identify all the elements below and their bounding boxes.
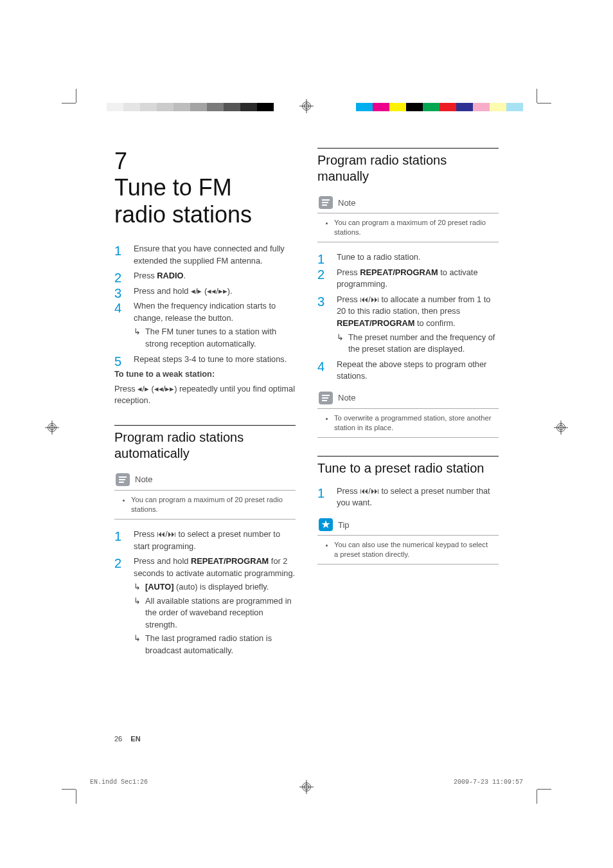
step-item: Press ⏮/⏭ to select a preset number that… (317, 485, 499, 509)
color-chip (423, 103, 440, 111)
color-chip (406, 103, 423, 111)
note-icon (319, 196, 333, 209)
tune-steps: Ensure that you have connected and fully… (114, 243, 296, 365)
page-number: 26 (114, 735, 122, 743)
step-text: Press and hold ◂/▸ (◂◂/▸▸). (134, 286, 233, 296)
note-text: You can program a maximum of 20 preset r… (334, 218, 492, 237)
color-chip (389, 103, 406, 111)
color-chip (190, 103, 207, 111)
step-text: Repeat steps 3-4 to tune to more station… (134, 354, 287, 364)
note-label: Note (338, 393, 355, 402)
step-text: Press ⏮/⏭ to allocate a number from 1 to… (337, 294, 490, 328)
step-item: Press and hold REPEAT/PROGRAM for 2 seco… (114, 556, 296, 656)
tip-text: You can also use the numerical keypad to… (334, 540, 492, 559)
left-column: 7 Tune to FM radio stations Ensure that … (114, 148, 296, 746)
color-chip (107, 103, 123, 111)
registration-mark-icon (45, 420, 59, 435)
chapter-number: 7 (114, 148, 140, 174)
imprint-timestamp: 2009-7-23 11:09:57 (454, 779, 523, 786)
crop-mark (537, 89, 537, 103)
step-result: The last programed radio station is broa… (134, 633, 296, 656)
crop-mark (62, 103, 76, 104)
crop-mark (62, 789, 76, 790)
color-chip (240, 103, 257, 111)
color-chip (456, 103, 473, 111)
step-text: Press ⏮/⏭ to select a preset number that… (337, 486, 490, 508)
section-preset-heading: Tune to a preset radio station (317, 456, 499, 476)
manual-steps: Tune to a radio station. Press REPEAT/PR… (317, 251, 499, 382)
step-item: Press REPEAT/PROGRAM to activate program… (317, 267, 499, 291)
imprint-line: EN.indd Sec1:26 2009-7-23 11:09:57 (90, 779, 523, 786)
right-column: Program radio stations manually Note You… (317, 148, 499, 746)
step-text: Press and hold REPEAT/PROGRAM for 2 seco… (134, 556, 295, 578)
step-item: Press ⏮/⏭ to allocate a number from 1 to… (317, 294, 499, 356)
color-chip (140, 103, 157, 111)
imprint-file: EN.indd Sec1:26 (90, 779, 148, 786)
page-language: EN (130, 735, 140, 743)
step-item: Press and hold ◂/▸ (◂◂/▸▸). (114, 285, 296, 298)
color-chip (173, 103, 190, 111)
color-chip (207, 103, 224, 111)
step-item: Press RADIO. (114, 270, 296, 282)
step-item: Press ⏮/⏭ to select a preset number to s… (114, 529, 296, 552)
crop-mark (76, 89, 76, 103)
colorbar-process (356, 103, 523, 111)
preset-steps: Press ⏮/⏭ to select a preset number that… (317, 485, 499, 509)
note-text: You can program a maximum of 20 preset r… (131, 495, 289, 514)
color-chip (473, 103, 490, 111)
color-chip (90, 103, 107, 111)
color-chip (490, 103, 506, 111)
step-text: Press REPEAT/PROGRAM to activate program… (337, 267, 478, 289)
note-icon (319, 392, 333, 404)
step-text: When the frequency indication starts to … (134, 301, 276, 323)
note-overwrite: Note To overwrite a programmed station, … (317, 389, 499, 438)
step-item: Repeat steps 3-4 to tune to more station… (114, 354, 296, 366)
step-text: Tune to a radio station. (337, 252, 420, 262)
step-text: Press ⏮/⏭ to select a preset number to s… (134, 529, 280, 551)
step-text: Ensure that you have connected and fully… (134, 244, 285, 266)
chapter-title-text: Tune to FM radio stations (114, 174, 266, 228)
crop-mark (537, 789, 551, 790)
tip-callout: Tip You can also use the numerical keypa… (317, 516, 499, 565)
auto-steps: Press ⏮/⏭ to select a preset number to s… (114, 529, 296, 656)
note-label: Note (338, 198, 355, 208)
step-item: When the frequency indication starts to … (114, 300, 296, 350)
section-manual-heading: Program radio stations manually (317, 148, 499, 185)
weak-station-heading: To tune to a weak station: (114, 368, 296, 381)
step-text: Repeat the above steps to program other … (337, 359, 486, 381)
note-auto: Note You can program a maximum of 20 pre… (114, 471, 296, 520)
page-footer: 26 EN (114, 735, 141, 743)
colorbar-grayscale (90, 103, 274, 111)
tip-label: Tip (338, 520, 350, 530)
step-result: All available stations are programmed in… (134, 595, 296, 631)
crop-mark (76, 790, 76, 804)
color-chip (356, 103, 373, 111)
note-manual: Note You can program a maximum of 20 pre… (317, 194, 499, 242)
registration-mark-icon (554, 420, 568, 435)
note-text: To overwrite a programmed station, store… (334, 413, 492, 433)
color-chip (257, 103, 274, 111)
weak-station-text: Press ◂/▸ (◂◂/▸▸) repeatedly until you f… (114, 383, 296, 407)
crop-mark (537, 103, 551, 104)
tip-icon (319, 518, 333, 531)
chapter-title: 7 Tune to FM radio stations (114, 148, 296, 228)
step-item: Repeat the above steps to program other … (317, 359, 499, 383)
color-chip (224, 103, 240, 111)
color-chip (506, 103, 523, 111)
crop-mark (537, 790, 537, 804)
step-text: Press RADIO. (134, 271, 186, 280)
step-item: Ensure that you have connected and fully… (114, 243, 296, 267)
section-auto-heading: Program radio stations automatically (114, 425, 296, 462)
step-item: Tune to a radio station. (317, 251, 499, 264)
step-result: The preset number and the frequency of t… (337, 332, 499, 356)
color-chip (440, 103, 456, 111)
note-icon (116, 473, 130, 486)
step-result: [AUTO] (auto) is displayed briefly. (134, 581, 296, 593)
color-chip (157, 103, 173, 111)
step-result: The FM tuner tunes to a station with str… (134, 326, 296, 350)
registration-mark-icon (299, 99, 314, 113)
color-chip (123, 103, 140, 111)
note-label: Note (135, 475, 152, 484)
color-chip (373, 103, 389, 111)
